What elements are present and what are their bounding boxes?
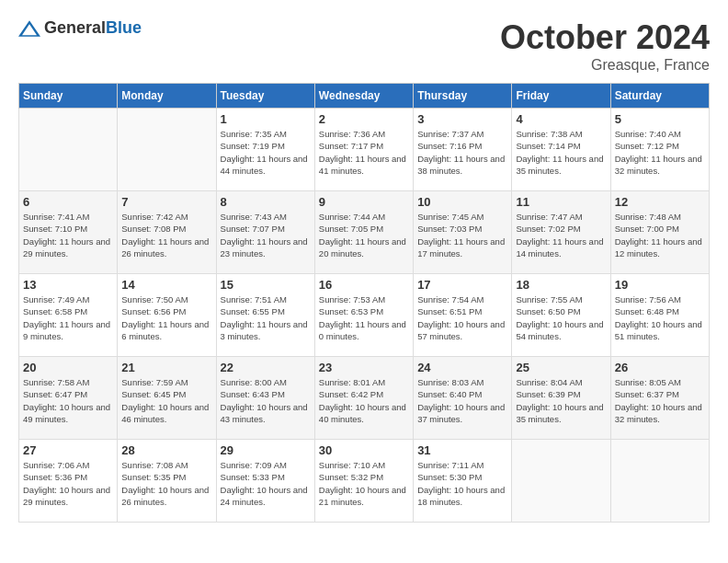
- logo-text-blue: Blue: [106, 18, 142, 37]
- day-info: Sunrise: 7:51 AM Sunset: 6:55 PM Dayligh…: [221, 293, 311, 342]
- day-number: 5: [615, 112, 705, 126]
- calendar-cell: 1Sunrise: 7:35 AM Sunset: 7:19 PM Daylig…: [216, 109, 314, 191]
- day-number: 9: [319, 195, 409, 209]
- weekday-header-sunday: Sunday: [19, 84, 118, 109]
- weekday-header-friday: Friday: [512, 84, 610, 109]
- day-info: Sunrise: 7:45 AM Sunset: 7:03 PM Dayligh…: [417, 211, 507, 259]
- calendar-week-3: 13Sunrise: 7:49 AM Sunset: 6:58 PM Dayli…: [19, 274, 710, 357]
- day-info: Sunrise: 7:44 AM Sunset: 7:05 PM Dayligh…: [319, 211, 409, 259]
- day-info: Sunrise: 7:09 AM Sunset: 5:33 PM Dayligh…: [221, 459, 311, 508]
- calendar-cell: 11Sunrise: 7:47 AM Sunset: 7:02 PM Dayli…: [512, 191, 610, 274]
- day-number: 17: [417, 278, 507, 292]
- calendar-cell: 17Sunrise: 7:54 AM Sunset: 6:51 PM Dayli…: [414, 274, 512, 357]
- calendar-cell: 6Sunrise: 7:41 AM Sunset: 7:10 PM Daylig…: [19, 191, 118, 274]
- calendar-cell: [118, 109, 216, 191]
- day-number: 8: [221, 195, 311, 209]
- calendar-table: SundayMondayTuesdayWednesdayThursdayFrid…: [18, 83, 710, 523]
- day-number: 3: [417, 112, 507, 126]
- calendar-cell: 26Sunrise: 8:05 AM Sunset: 6:37 PM Dayli…: [610, 357, 709, 440]
- calendar-week-4: 20Sunrise: 7:58 AM Sunset: 6:47 PM Dayli…: [19, 357, 710, 440]
- day-info: Sunrise: 7:59 AM Sunset: 6:45 PM Dayligh…: [121, 376, 211, 425]
- day-info: Sunrise: 7:58 AM Sunset: 6:47 PM Dayligh…: [23, 376, 113, 425]
- calendar-week-5: 27Sunrise: 7:06 AM Sunset: 5:36 PM Dayli…: [19, 440, 710, 523]
- calendar-cell: [512, 440, 610, 523]
- weekday-header-monday: Monday: [118, 84, 216, 109]
- calendar-cell: 13Sunrise: 7:49 AM Sunset: 6:58 PM Dayli…: [19, 274, 118, 357]
- logo-text-general: General: [44, 18, 106, 37]
- calendar-cell: 25Sunrise: 8:04 AM Sunset: 6:39 PM Dayli…: [512, 357, 610, 440]
- location-title: Greasque, France: [500, 57, 710, 74]
- calendar-cell: 27Sunrise: 7:06 AM Sunset: 5:36 PM Dayli…: [19, 440, 118, 523]
- logo: GeneralBlue: [18, 18, 142, 38]
- day-info: Sunrise: 7:48 AM Sunset: 7:00 PM Dayligh…: [615, 211, 705, 259]
- calendar-cell: 9Sunrise: 7:44 AM Sunset: 7:05 PM Daylig…: [314, 191, 413, 274]
- day-number: 31: [417, 443, 507, 457]
- day-info: Sunrise: 7:50 AM Sunset: 6:56 PM Dayligh…: [121, 293, 211, 342]
- day-number: 11: [516, 195, 606, 209]
- day-number: 22: [221, 361, 311, 374]
- day-number: 2: [319, 112, 409, 126]
- day-info: Sunrise: 7:06 AM Sunset: 5:36 PM Dayligh…: [23, 459, 113, 508]
- weekday-header-thursday: Thursday: [414, 84, 512, 109]
- calendar-body: 1Sunrise: 7:35 AM Sunset: 7:19 PM Daylig…: [19, 109, 710, 523]
- day-info: Sunrise: 7:37 AM Sunset: 7:16 PM Dayligh…: [417, 128, 507, 177]
- day-number: 6: [23, 195, 113, 209]
- calendar-cell: 3Sunrise: 7:37 AM Sunset: 7:16 PM Daylig…: [414, 109, 512, 191]
- day-number: 24: [417, 361, 507, 374]
- day-number: 27: [23, 443, 113, 457]
- calendar-cell: 15Sunrise: 7:51 AM Sunset: 6:55 PM Dayli…: [216, 274, 314, 357]
- day-info: Sunrise: 7:11 AM Sunset: 5:30 PM Dayligh…: [417, 459, 507, 508]
- day-number: 26: [615, 361, 705, 374]
- weekday-header-wednesday: Wednesday: [314, 84, 413, 109]
- calendar-cell: 10Sunrise: 7:45 AM Sunset: 7:03 PM Dayli…: [414, 191, 512, 274]
- month-title: October 2024: [500, 18, 710, 57]
- day-info: Sunrise: 7:36 AM Sunset: 7:17 PM Dayligh…: [319, 128, 409, 177]
- calendar-cell: 23Sunrise: 8:01 AM Sunset: 6:42 PM Dayli…: [314, 357, 413, 440]
- calendar-cell: 7Sunrise: 7:42 AM Sunset: 7:08 PM Daylig…: [118, 191, 216, 274]
- day-info: Sunrise: 7:49 AM Sunset: 6:58 PM Dayligh…: [23, 293, 113, 342]
- day-number: 4: [516, 112, 606, 126]
- day-number: 12: [615, 195, 705, 209]
- day-info: Sunrise: 8:05 AM Sunset: 6:37 PM Dayligh…: [615, 376, 705, 425]
- calendar-cell: 12Sunrise: 7:48 AM Sunset: 7:00 PM Dayli…: [610, 191, 709, 274]
- day-number: 30: [319, 443, 409, 457]
- calendar-cell: 18Sunrise: 7:55 AM Sunset: 6:50 PM Dayli…: [512, 274, 610, 357]
- calendar-cell: 16Sunrise: 7:53 AM Sunset: 6:53 PM Dayli…: [314, 274, 413, 357]
- calendar-cell: 22Sunrise: 8:00 AM Sunset: 6:43 PM Dayli…: [216, 357, 314, 440]
- day-number: 7: [121, 195, 211, 209]
- day-number: 28: [121, 443, 211, 457]
- calendar-cell: [610, 440, 709, 523]
- day-info: Sunrise: 8:00 AM Sunset: 6:43 PM Dayligh…: [221, 376, 311, 425]
- day-info: Sunrise: 7:40 AM Sunset: 7:12 PM Dayligh…: [615, 128, 705, 177]
- day-info: Sunrise: 7:35 AM Sunset: 7:19 PM Dayligh…: [221, 128, 311, 177]
- day-number: 19: [615, 278, 705, 292]
- weekday-header-tuesday: Tuesday: [216, 84, 314, 109]
- day-info: Sunrise: 7:47 AM Sunset: 7:02 PM Dayligh…: [516, 211, 606, 259]
- calendar-cell: 31Sunrise: 7:11 AM Sunset: 5:30 PM Dayli…: [414, 440, 512, 523]
- day-number: 25: [516, 361, 606, 374]
- calendar-cell: 19Sunrise: 7:56 AM Sunset: 6:48 PM Dayli…: [610, 274, 709, 357]
- day-number: 13: [23, 278, 113, 292]
- day-info: Sunrise: 7:41 AM Sunset: 7:10 PM Dayligh…: [23, 211, 113, 259]
- day-info: Sunrise: 7:10 AM Sunset: 5:32 PM Dayligh…: [319, 459, 409, 508]
- day-info: Sunrise: 7:55 AM Sunset: 6:50 PM Dayligh…: [516, 293, 606, 342]
- calendar-week-2: 6Sunrise: 7:41 AM Sunset: 7:10 PM Daylig…: [19, 191, 710, 274]
- calendar-week-1: 1Sunrise: 7:35 AM Sunset: 7:19 PM Daylig…: [19, 109, 710, 191]
- title-area: October 2024 Greasque, France: [500, 18, 710, 74]
- calendar-cell: 4Sunrise: 7:38 AM Sunset: 7:14 PM Daylig…: [512, 109, 610, 191]
- calendar-cell: 30Sunrise: 7:10 AM Sunset: 5:32 PM Dayli…: [314, 440, 413, 523]
- logo-icon: [18, 20, 40, 37]
- day-info: Sunrise: 7:38 AM Sunset: 7:14 PM Dayligh…: [516, 128, 606, 177]
- weekday-header-row: SundayMondayTuesdayWednesdayThursdayFrid…: [19, 84, 710, 109]
- calendar-cell: 14Sunrise: 7:50 AM Sunset: 6:56 PM Dayli…: [118, 274, 216, 357]
- day-info: Sunrise: 7:54 AM Sunset: 6:51 PM Dayligh…: [417, 293, 507, 342]
- day-info: Sunrise: 7:42 AM Sunset: 7:08 PM Dayligh…: [121, 211, 211, 259]
- day-info: Sunrise: 7:43 AM Sunset: 7:07 PM Dayligh…: [221, 211, 311, 259]
- calendar-cell: 24Sunrise: 8:03 AM Sunset: 6:40 PM Dayli…: [414, 357, 512, 440]
- day-number: 15: [221, 278, 311, 292]
- day-number: 20: [23, 361, 113, 374]
- calendar-cell: 29Sunrise: 7:09 AM Sunset: 5:33 PM Dayli…: [216, 440, 314, 523]
- calendar-cell: 5Sunrise: 7:40 AM Sunset: 7:12 PM Daylig…: [610, 109, 709, 191]
- header: GeneralBlue October 2024 Greasque, Franc…: [18, 18, 710, 74]
- day-number: 18: [516, 278, 606, 292]
